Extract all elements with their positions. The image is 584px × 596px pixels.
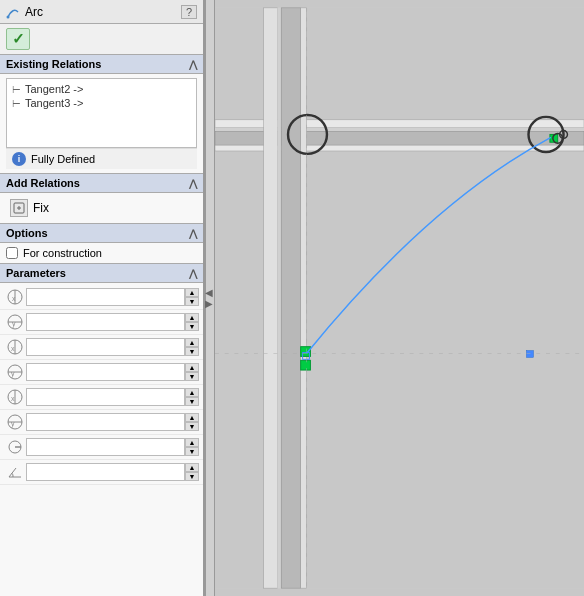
param-cy3-down[interactable]: ▼ xyxy=(185,422,199,431)
param-radius-down[interactable]: ▼ xyxy=(185,447,199,456)
param-cx2-up[interactable]: ▲ xyxy=(185,338,199,347)
svg-text:y: y xyxy=(12,320,16,328)
status-bar: i Fully Defined xyxy=(6,148,197,169)
param-row-radius: 212.13203436 ▲ ▼ xyxy=(0,435,203,460)
help-button[interactable]: ? xyxy=(181,5,197,19)
for-construction-label[interactable]: For construction xyxy=(23,247,102,259)
svg-rect-34 xyxy=(301,8,307,588)
info-icon: i xyxy=(12,152,26,166)
param-row-cy: y -212.13203436 ▲ ▼ xyxy=(0,310,203,335)
param-angle-icon xyxy=(4,462,26,482)
relations-list: ⊢ Tangent2 -> ⊢ Tangent3 -> xyxy=(6,78,197,148)
param-cy-input-wrap: -212.13203436 xyxy=(26,313,185,331)
svg-rect-43 xyxy=(527,351,534,358)
fix-icon xyxy=(10,199,28,217)
svg-rect-38 xyxy=(301,360,311,370)
parameters-header[interactable]: Parameters ⋀ xyxy=(0,263,203,283)
param-cy-down[interactable]: ▼ xyxy=(185,322,199,331)
svg-text:x: x xyxy=(11,345,15,352)
param-cx2-spinner: ▲ ▼ xyxy=(185,338,199,356)
existing-relations-body: ⊢ Tangent2 -> ⊢ Tangent3 -> i Fully Defi… xyxy=(0,74,203,173)
param-cy3-icon: y xyxy=(4,412,26,432)
for-construction-checkbox[interactable] xyxy=(6,247,18,259)
relation-tangent2-text: Tangent2 -> xyxy=(25,83,83,95)
param-cy2-up[interactable]: ▲ xyxy=(185,363,199,372)
svg-text:x: x xyxy=(11,395,15,402)
param-cx3-up[interactable]: ▲ xyxy=(185,388,199,397)
param-cy2-down[interactable]: ▼ xyxy=(185,372,199,381)
param-row-cx3: x 424.26406871 ▲ ▼ xyxy=(0,385,203,410)
param-angle-down[interactable]: ▼ xyxy=(185,472,199,481)
param-cx3-icon: x xyxy=(4,387,26,407)
relation-tangent3-text: Tangent3 -> xyxy=(25,97,83,109)
param-cx2-input[interactable]: 636.39610307 xyxy=(26,338,185,356)
svg-text:x: x xyxy=(12,295,16,302)
param-angle-input[interactable]: 90.00° xyxy=(26,463,185,481)
add-relations-label: Add Relations xyxy=(6,177,80,189)
param-cy2-spinner: ▲ ▼ xyxy=(185,363,199,381)
cad-drawing xyxy=(215,0,584,596)
existing-relations-label: Existing Relations xyxy=(6,58,101,70)
parameters-body: x 636.39610307 ▲ ▼ y -212.13203436 xyxy=(0,283,203,596)
relation-tangent3-icon: ⊢ xyxy=(12,98,21,109)
options-body: For construction xyxy=(0,243,203,263)
param-cy2-input[interactable]: 0.00 xyxy=(26,363,185,381)
param-cy-up[interactable]: ▲ xyxy=(185,313,199,322)
param-cy3-input-wrap: -212.13203436 xyxy=(26,413,185,431)
svg-rect-31 xyxy=(264,8,278,588)
add-relations-body: Fix xyxy=(0,193,203,223)
panel-collapse-handle[interactable]: ◀▶ xyxy=(205,0,215,596)
param-cx3-input[interactable]: 424.26406871 xyxy=(26,388,185,406)
options-header[interactable]: Options ⋀ xyxy=(0,223,203,243)
parameters-label: Parameters xyxy=(6,267,66,279)
param-cx-input[interactable]: 636.39610307 xyxy=(26,288,185,306)
title-bar: Arc ? xyxy=(0,0,203,24)
param-radius-up[interactable]: ▲ xyxy=(185,438,199,447)
relation-tangent2-icon: ⊢ xyxy=(12,84,21,95)
param-row-cy2: y 0.00 ▲ ▼ xyxy=(0,360,203,385)
param-cx-input-wrap: 636.39610307 xyxy=(26,288,185,306)
param-cx3-spinner: ▲ ▼ xyxy=(185,388,199,406)
existing-relations-header[interactable]: Existing Relations ⋀ xyxy=(0,54,203,74)
fix-button[interactable]: Fix xyxy=(6,197,197,219)
param-radius-input-wrap: 212.13203436 xyxy=(26,438,185,456)
param-angle-spinner: ▲ ▼ xyxy=(185,463,199,481)
param-cx-icon: x xyxy=(4,287,26,307)
param-cy3-input[interactable]: -212.13203436 xyxy=(26,413,185,431)
param-cx3-down[interactable]: ▼ xyxy=(185,397,199,406)
param-cy3-up[interactable]: ▲ xyxy=(185,413,199,422)
param-cx2-icon: x xyxy=(4,337,26,357)
arc-icon xyxy=(6,5,20,19)
param-cx2-down[interactable]: ▼ xyxy=(185,347,199,356)
svg-text:y: y xyxy=(11,420,15,428)
for-construction-row: For construction xyxy=(6,247,197,259)
fix-label: Fix xyxy=(33,201,49,215)
param-row-angle: 90.00° ▲ ▼ xyxy=(0,460,203,485)
options-label: Options xyxy=(6,227,48,239)
param-cy-icon: y xyxy=(4,312,26,332)
param-cy-spinner: ▲ ▼ xyxy=(185,313,199,331)
param-row-cx2: x 636.39610307 ▲ ▼ xyxy=(0,335,203,360)
param-cx-down[interactable]: ▼ xyxy=(185,297,199,306)
param-angle-up[interactable]: ▲ xyxy=(185,463,199,472)
svg-rect-33 xyxy=(281,8,300,588)
param-radius-icon xyxy=(4,437,26,457)
param-cx-up[interactable]: ▲ xyxy=(185,288,199,297)
existing-relations-collapse-icon: ⋀ xyxy=(189,59,197,70)
param-angle-input-wrap: 90.00° xyxy=(26,463,185,481)
svg-text:y: y xyxy=(11,370,15,378)
param-radius-input[interactable]: 212.13203436 xyxy=(26,438,185,456)
svg-line-25 xyxy=(9,468,16,477)
param-cx3-input-wrap: 424.26406871 xyxy=(26,388,185,406)
param-cy2-icon: y xyxy=(4,362,26,382)
param-cx2-input-wrap: 636.39610307 xyxy=(26,338,185,356)
param-row-cy3: y -212.13203436 ▲ ▼ xyxy=(0,410,203,435)
accept-button[interactable]: ✓ xyxy=(6,28,30,50)
check-area: ✓ xyxy=(0,24,203,54)
left-panel: Arc ? ✓ Existing Relations ⋀ ⊢ Tangent2 … xyxy=(0,0,205,596)
param-cy-input[interactable]: -212.13203436 xyxy=(26,313,185,331)
param-cy2-input-wrap: 0.00 xyxy=(26,363,185,381)
add-relations-header[interactable]: Add Relations ⋀ xyxy=(0,173,203,193)
param-cy3-spinner: ▲ ▼ xyxy=(185,413,199,431)
add-relations-collapse-icon: ⋀ xyxy=(189,178,197,189)
